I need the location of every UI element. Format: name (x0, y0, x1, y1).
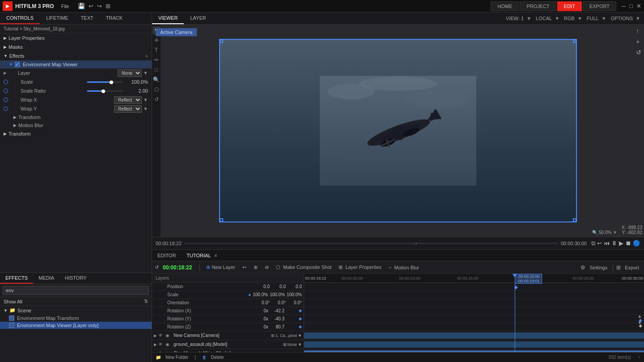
playback-prev-frame-btn[interactable]: ⏮ (604, 240, 610, 247)
tl-layer-solo-1[interactable]: ◉ (165, 342, 172, 347)
tl-layer-row-1[interactable]: ▶ 👁 ◉ ground_assault.obj [Model] ⊠ None … (152, 340, 304, 349)
tl-layer-eye-1[interactable]: 👁 (158, 342, 165, 347)
effect-checkbox[interactable]: ✓ (15, 62, 20, 67)
prop-wrap-y-select[interactable]: Reflect (114, 105, 142, 113)
rgb-dropdown-icon[interactable]: ▼ (577, 16, 582, 21)
tl-add-icon[interactable]: ⊕ (251, 264, 260, 271)
effects-tab-effects[interactable]: EFFECTS (0, 273, 33, 284)
tl-layer-solo-0[interactable]: ◉ (165, 333, 172, 338)
tl-settings-icon[interactable]: ⚙ (580, 264, 585, 271)
tl-remove-icon[interactable]: ⊖ (263, 264, 271, 271)
timeline-loop-icon[interactable]: ↺ (155, 264, 159, 270)
nav-tab-home[interactable]: HOME (491, 1, 519, 11)
options-btn[interactable]: OPTIONS (611, 16, 633, 21)
corner-handle-br[interactable] (573, 218, 576, 222)
tl-layer-props-btn[interactable]: ⊞ Layer Properties (336, 264, 384, 271)
viewer-zoom-value: 50.0% (599, 230, 611, 235)
timeline-playhead[interactable] (515, 274, 515, 352)
kf-nav-left[interactable]: ◆ (639, 318, 642, 323)
tl-layer-row-0[interactable]: ▶ 👁 ◉ New Camera [Camera] ⊞ 1. Ca...pivo… (152, 331, 304, 340)
maximize-icon[interactable]: □ (629, 3, 633, 9)
tl-layer-eye-0[interactable]: 👁 (158, 333, 165, 338)
effects-search-input[interactable] (3, 286, 149, 295)
corner-handle-bl[interactable] (220, 218, 223, 222)
tab-controls[interactable]: CONTROLS (0, 13, 40, 24)
masks-title: Masks (8, 44, 23, 50)
playback-stop-btn[interactable]: ⏹ (625, 240, 631, 247)
playback-play-btn[interactable]: ▶ (619, 240, 623, 247)
tl-motion-blur-btn[interactable]: ~ Motion Blur (386, 264, 421, 271)
playback-next-btn[interactable]: 🔵 (633, 240, 640, 247)
menu-file[interactable]: File (61, 4, 69, 9)
tl-layer-row-2[interactable]: ▶ 👁 ◉ Sky_Mirrored_18.jpg [Media] ⊞ None… (152, 349, 304, 352)
section-effects[interactable]: ▼ Effects + (0, 51, 152, 60)
viewer-zoom-dropdown[interactable]: ▼ (613, 230, 617, 235)
prop-scale-ratio-radio[interactable] (4, 89, 8, 93)
redo-icon[interactable]: ↪ (97, 3, 102, 9)
timeline-tab-editor[interactable]: EDITOR (152, 251, 181, 260)
nav-tab-project[interactable]: PROJECT (520, 1, 556, 11)
tab-lifetime[interactable]: LIFETIME (40, 13, 75, 24)
tl-export-btn[interactable]: Export (623, 264, 641, 271)
prop-scale-ratio-slider[interactable] (87, 90, 123, 92)
effects-tab-history[interactable]: HISTORY (59, 273, 92, 284)
viewer-tab-viewer[interactable]: VIEWER (152, 13, 184, 24)
viewer-tool-zoom-in[interactable]: + (635, 37, 642, 46)
kf-nav-right[interactable]: ◆ (639, 324, 642, 329)
prop-layer-select[interactable]: None (118, 69, 142, 77)
prop-wrap-x-select[interactable]: Reflect (114, 96, 142, 104)
section-masks[interactable]: ▶ Masks (0, 43, 152, 51)
tl-settings-btn[interactable]: Settings (587, 264, 610, 271)
playback-loop-btn[interactable]: ↩ (597, 240, 602, 247)
effects-category-scene[interactable]: ▼ 📁 Scene (0, 306, 152, 315)
prop-scale-radio[interactable] (4, 80, 8, 84)
timeline-tab-tutorial[interactable]: TUTORIAL ✕ (181, 251, 223, 260)
effect-list-item-1[interactable]: Environment Map Viewer [Layer only] (0, 322, 152, 329)
status-upload-icon[interactable]: ↑ (638, 355, 640, 360)
tl-composite-btn[interactable]: ⬡ Make Composite Shot (274, 264, 334, 271)
minimize-icon[interactable]: ─ (622, 3, 626, 9)
close-icon[interactable]: ✕ (636, 3, 641, 9)
timeline-tab-close[interactable]: ✕ (214, 253, 217, 258)
nav-tab-export[interactable]: EXPORT (583, 1, 616, 11)
full-dropdown-icon[interactable]: ▼ (602, 16, 606, 21)
local-dropdown-icon[interactable]: ▼ (555, 16, 559, 21)
viewer-tab-layer[interactable]: LAYER (184, 13, 212, 24)
playback-scrubber[interactable] (184, 243, 558, 244)
delete-btn[interactable]: Delete (211, 355, 224, 360)
effects-add-btn[interactable]: + (145, 53, 148, 59)
subsection-motion-blur[interactable]: ▶ Motion Blur (0, 121, 152, 129)
effects-tab-media[interactable]: MEDIA (33, 273, 59, 284)
save-icon[interactable]: 💾 (78, 3, 85, 9)
section-transform[interactable]: ▶ Transform (0, 129, 152, 138)
effects-search-area (0, 284, 152, 297)
playback-copy-btn[interactable]: ⧉ (591, 240, 595, 247)
prop-scale-slider[interactable] (87, 81, 123, 83)
corner-handle-tr[interactable] (573, 39, 576, 43)
timeline-ruler[interactable]: 00:00:18:22 00:00:05:00 00:00:10:00 00:0… (304, 274, 644, 283)
prop-wrap-y-radio[interactable] (4, 106, 8, 111)
subsection-transform-effect[interactable]: ▶ Transform (0, 113, 152, 121)
new-folder-btn[interactable]: New Folder (165, 355, 188, 360)
undo-icon[interactable]: ↩ (89, 3, 93, 9)
viewer-tool-reset[interactable]: ↺ (635, 48, 642, 57)
delete-icon[interactable]: 🗑 (202, 355, 207, 360)
effect-list-item-0[interactable]: Environment Map Transform (0, 315, 152, 322)
tab-track[interactable]: TRACK (100, 13, 129, 24)
viewer-tool-arrow-up[interactable]: ↑ (635, 26, 642, 35)
tl-refresh-icon[interactable]: ↩ (240, 264, 249, 271)
grid-icon[interactable]: ⊞ (106, 3, 110, 9)
tl-export-icon[interactable]: ⊞ (616, 264, 621, 271)
nav-tab-edit[interactable]: EDIT (557, 1, 582, 11)
view-dropdown-icon[interactable]: ▼ (526, 16, 531, 21)
tab-text[interactable]: TEXT (75, 13, 100, 24)
active-camera-btn[interactable]: Active Camera (156, 28, 197, 36)
section-layer-properties[interactable]: ▶ Layer Properties (0, 34, 152, 43)
options-dropdown-icon[interactable]: ▼ (636, 16, 640, 21)
sort-icon[interactable]: ⇅ (144, 298, 148, 304)
playback-prev-btn[interactable]: ⏸ (611, 240, 617, 247)
prop-wrap-x-radio[interactable] (4, 98, 8, 102)
corner-handle-tl[interactable] (220, 39, 223, 43)
new-folder-icon[interactable]: 📁 (156, 355, 161, 360)
tl-new-layer-btn[interactable]: ⊕ New Layer (204, 264, 237, 271)
